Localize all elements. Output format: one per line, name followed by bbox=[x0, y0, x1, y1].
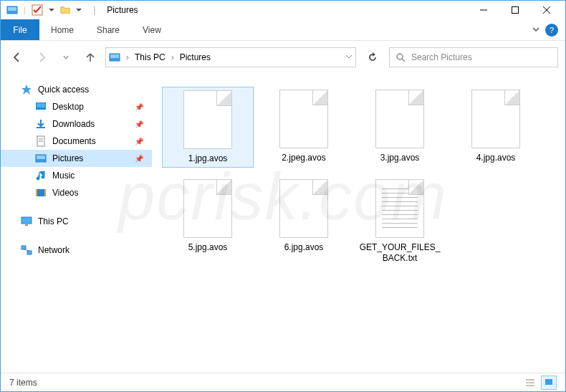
sidebar-item-videos[interactable]: Videos bbox=[1, 184, 152, 201]
sidebar-item-label: Network bbox=[38, 245, 69, 255]
sidebar-item-label: Quick access bbox=[38, 85, 89, 95]
expand-ribbon-icon[interactable] bbox=[532, 25, 539, 35]
pin-icon: 📌 bbox=[135, 138, 143, 145]
file-label: 2.jpeg.avos bbox=[282, 153, 325, 163]
details-view-button[interactable] bbox=[522, 376, 538, 390]
qat-dropdown-icon[interactable] bbox=[49, 9, 54, 11]
breadcrumb-pictures[interactable]: Pictures bbox=[180, 52, 211, 62]
tab-view[interactable]: View bbox=[131, 19, 173, 40]
unknown-file-icon bbox=[279, 90, 328, 148]
unknown-file-icon bbox=[279, 179, 328, 238]
sidebar-item-music[interactable]: Music bbox=[1, 167, 152, 184]
chevron-right-icon[interactable]: › bbox=[171, 52, 174, 62]
tab-home[interactable]: Home bbox=[39, 19, 85, 40]
sidebar-item-label: Desktop bbox=[52, 102, 84, 112]
qat-sep: | bbox=[24, 5, 26, 15]
sidebar-item-desktop[interactable]: Desktop 📌 bbox=[1, 98, 152, 115]
file-pane[interactable]: 1.jpg.avos2.jpeg.avos3.jpg.avos4.jpg.avo… bbox=[152, 74, 565, 373]
minimize-button[interactable] bbox=[468, 1, 499, 19]
pin-icon: 📌 bbox=[135, 120, 143, 128]
forward-button[interactable] bbox=[32, 48, 51, 67]
file-tab[interactable]: File bbox=[1, 19, 39, 40]
unknown-file-icon bbox=[471, 90, 520, 148]
pin-icon: 📌 bbox=[135, 155, 143, 163]
refresh-button[interactable] bbox=[362, 47, 383, 67]
title-separator: | bbox=[93, 5, 95, 15]
ribbon: File Home Share View ? bbox=[1, 19, 565, 41]
sidebar-item-downloads[interactable]: Downloads 📌 bbox=[1, 115, 152, 133]
maximize-button[interactable] bbox=[499, 1, 531, 19]
pin-icon: 📌 bbox=[135, 103, 143, 111]
sidebar-item-label: Videos bbox=[52, 188, 78, 198]
svg-rect-22 bbox=[25, 224, 28, 226]
svg-rect-4 bbox=[512, 7, 519, 14]
sidebar-this-pc[interactable]: This PC bbox=[1, 213, 152, 230]
svg-rect-21 bbox=[21, 217, 32, 224]
file-item[interactable]: 6.jpg.avos bbox=[258, 176, 350, 267]
file-item[interactable]: 5.jpg.avos bbox=[162, 176, 254, 267]
text-file-icon bbox=[375, 179, 424, 238]
location-icon bbox=[109, 52, 120, 63]
file-label: 3.jpg.avos bbox=[380, 153, 420, 163]
sidebar-item-documents[interactable]: Documents 📌 bbox=[1, 133, 152, 150]
unknown-file-icon bbox=[375, 90, 424, 148]
sidebar-item-label: This PC bbox=[38, 216, 69, 226]
address-bar[interactable]: › This PC › Pictures bbox=[105, 47, 356, 67]
documents-icon bbox=[35, 135, 47, 147]
file-label: 5.jpg.avos bbox=[188, 242, 228, 253]
file-item[interactable]: 2.jpeg.avos bbox=[258, 87, 350, 168]
breadcrumb-thispc[interactable]: This PC bbox=[135, 52, 166, 62]
titlebar: | | Pictures bbox=[1, 1, 565, 19]
sidebar-item-label: Downloads bbox=[52, 119, 95, 129]
back-button[interactable] bbox=[8, 48, 27, 67]
checkbox-icon[interactable] bbox=[32, 4, 43, 16]
folder-dropdown-icon[interactable] bbox=[76, 9, 82, 11]
svg-rect-17 bbox=[37, 156, 45, 159]
unknown-file-icon bbox=[183, 90, 232, 149]
navbar: › This PC › Pictures Search Pictures bbox=[1, 41, 565, 74]
sidebar-network[interactable]: Network bbox=[1, 242, 152, 259]
search-placeholder: Search Pictures bbox=[411, 52, 472, 62]
close-button[interactable] bbox=[531, 1, 562, 19]
svg-rect-12 bbox=[37, 103, 45, 107]
item-count: 7 items bbox=[9, 378, 37, 388]
sidebar-item-pictures[interactable]: Pictures 📌 bbox=[1, 150, 152, 167]
network-icon bbox=[21, 244, 32, 256]
star-icon bbox=[21, 84, 32, 95]
downloads-icon bbox=[35, 118, 47, 130]
help-icon[interactable]: ? bbox=[545, 24, 558, 37]
file-item[interactable]: GET_YOUR_FILES_BACK.txt bbox=[354, 176, 446, 267]
sidebar-item-label: Documents bbox=[52, 136, 96, 146]
svg-rect-19 bbox=[36, 189, 37, 196]
sidebar-quick-access[interactable]: Quick access bbox=[1, 81, 152, 98]
unknown-file-icon bbox=[183, 179, 232, 238]
search-input[interactable]: Search Pictures bbox=[389, 47, 558, 67]
file-item[interactable]: 4.jpg.avos bbox=[450, 87, 542, 168]
svg-point-9 bbox=[397, 54, 403, 59]
svg-line-25 bbox=[24, 249, 29, 251]
music-icon bbox=[35, 170, 47, 181]
file-item[interactable]: 1.jpg.avos bbox=[162, 87, 254, 168]
file-label: 1.jpg.avos bbox=[188, 153, 228, 164]
window-title: Pictures bbox=[107, 5, 138, 15]
sidebar-item-label: Music bbox=[52, 171, 75, 181]
file-item[interactable]: 3.jpg.avos bbox=[354, 87, 446, 168]
file-label: 6.jpg.avos bbox=[284, 242, 324, 253]
file-label: 4.jpg.avos bbox=[476, 153, 516, 163]
svg-rect-29 bbox=[545, 379, 552, 385]
svg-rect-23 bbox=[21, 246, 26, 249]
up-button[interactable] bbox=[81, 48, 100, 67]
svg-line-10 bbox=[402, 59, 405, 62]
tab-share[interactable]: Share bbox=[85, 19, 131, 40]
recent-dropdown-icon[interactable] bbox=[57, 48, 75, 67]
file-label: GET_YOUR_FILES_BACK.txt bbox=[357, 242, 443, 264]
app-icon bbox=[6, 4, 18, 16]
pictures-icon bbox=[35, 153, 47, 164]
sidebar: Quick access Desktop 📌 Downloads 📌 Docum… bbox=[1, 74, 152, 373]
icons-view-button[interactable] bbox=[541, 376, 557, 390]
address-dropdown-icon[interactable] bbox=[345, 52, 352, 62]
videos-icon bbox=[35, 187, 47, 199]
status-bar: 7 items bbox=[1, 373, 565, 391]
chevron-right-icon[interactable]: › bbox=[126, 52, 129, 62]
desktop-icon bbox=[35, 101, 47, 113]
